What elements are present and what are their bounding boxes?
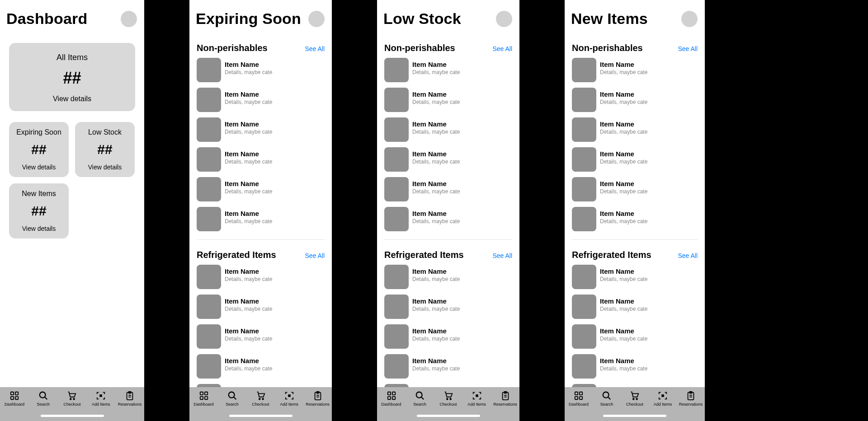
list-item[interactable]: Item NameDetails, maybe category [197,384,273,387]
svg-rect-27 [392,392,395,395]
list-item[interactable]: Item NameDetails, maybe category [384,117,460,142]
list-item[interactable]: Item NameDetails, maybe category [197,58,273,82]
tab-search[interactable]: Search [31,391,56,407]
list-item[interactable]: Item NameDetails, maybe category [572,177,648,201]
tab-dashboard[interactable]: Dashboard [2,391,27,407]
item-meta: Item NameDetails, maybe category [600,147,648,165]
list-item[interactable]: Item NameDetails, maybe category [197,207,273,231]
list-item[interactable]: Item NameDetails, maybe category [572,324,648,349]
item-name: Item Name [225,210,273,217]
section-title: Non-perishables [384,43,455,53]
item-detail: Details, maybe category [412,188,460,195]
list-item[interactable]: Item NameDetails, maybe category [384,384,460,387]
tab-checkout[interactable]: Checkout [436,391,461,407]
tab-search[interactable]: Search [594,391,619,407]
avatar[interactable] [308,11,325,27]
tab-label: Search [600,402,613,407]
item-detail: Details, maybe category [600,365,648,372]
tab-checkout[interactable]: Checkout [623,391,647,407]
item-thumbnail [197,295,221,319]
item-name: Item Name [225,90,273,98]
avatar[interactable] [681,11,698,27]
tab-add-items[interactable]: Add Items [651,391,675,407]
item-meta: Item NameDetails, maybe category [412,117,460,135]
list-item[interactable]: Item NameDetails, maybe category [384,265,460,289]
tab-reservations[interactable]: Reservations [118,391,142,407]
list-item[interactable]: Item NameDetails, maybe category [572,207,648,231]
tab-search[interactable]: Search [407,391,432,407]
list-item[interactable]: Item NameDetails, maybe category [384,88,460,112]
list-item[interactable]: Item NameDetails, maybe category [384,354,460,379]
list-item[interactable]: Item NameDetails, maybe category [572,58,648,82]
item-meta: Item NameDetails, maybe category [600,354,648,372]
list-item[interactable]: Item NameDetails, maybe category [572,88,648,112]
search-icon [602,391,612,401]
card-value: ## [15,69,129,88]
tab-checkout[interactable]: Checkout [248,391,273,407]
list-item[interactable]: Item NameDetails, maybe category [384,207,460,231]
card-title: All Items [15,53,129,62]
tab-dashboard[interactable]: Dashboard [379,391,404,407]
svg-rect-29 [392,397,395,399]
list-item[interactable]: Item NameDetails, maybe category [384,324,460,349]
svg-rect-8 [100,395,102,397]
list-item[interactable]: Item NameDetails, maybe category [197,295,273,319]
tab-reservations[interactable]: Reservations [679,391,703,407]
list-item[interactable]: Item NameDetails, maybe category [572,354,648,379]
tab-search[interactable]: Search [220,391,245,407]
item-detail: Details, maybe category [225,218,273,225]
item-grid: Item NameDetails, maybe categoryItem Nam… [197,58,332,231]
list-item[interactable]: Item NameDetails, maybe category [384,147,460,172]
list-item[interactable]: Item NameDetails, maybe category [572,117,648,142]
list-item[interactable]: Item NameDetails, maybe category [197,88,273,112]
item-detail: Details, maybe category [225,365,273,372]
clipboard-icon [313,391,323,401]
item-thumbnail [384,147,409,172]
see-all-link[interactable]: See All [305,252,325,259]
see-all-link[interactable]: See All [492,252,512,259]
tab-reservations[interactable]: Reservations [493,391,518,407]
list-item[interactable]: Item NameDetails, maybe category [572,384,648,387]
card-expiring-soon[interactable]: Expiring Soon ## View details [9,122,69,177]
tab-add-items[interactable]: Add Items [277,391,302,407]
list-item[interactable]: Item NameDetails, maybe category [384,177,460,201]
tab-checkout[interactable]: Checkout [60,391,85,407]
see-all-link[interactable]: See All [678,45,698,52]
item-thumbnail [384,177,409,201]
tab-dashboard[interactable]: Dashboard [191,391,216,407]
item-name: Item Name [412,180,460,187]
see-all-link[interactable]: See All [678,252,698,259]
item-meta: Item NameDetails, maybe category [225,384,273,387]
see-all-link[interactable]: See All [305,45,325,52]
list-item[interactable]: Item NameDetails, maybe category [197,147,273,172]
scan-icon [96,391,106,401]
dashboard-content: All Items ## View details Expiring Soon … [0,34,144,239]
list-item[interactable]: Item NameDetails, maybe category [197,324,273,349]
svg-line-44 [608,397,611,400]
avatar[interactable] [496,11,512,27]
list-item[interactable]: Item NameDetails, maybe category [572,295,648,319]
item-grid: Item NameDetails, maybe categoryItem Nam… [572,58,705,231]
avatar[interactable] [121,11,137,27]
tab-reservations[interactable]: Reservations [305,391,330,407]
list-item[interactable]: Item NameDetails, maybe category [197,265,273,289]
list-item[interactable]: Item NameDetails, maybe category [572,147,648,172]
list-item[interactable]: Item NameDetails, maybe category [197,177,273,201]
card-new-items[interactable]: New Items ## View details [9,183,69,239]
list-item[interactable]: Item NameDetails, maybe category [197,354,273,379]
card-all-items[interactable]: All Items ## View details [9,43,135,111]
tab-label: Checkout [63,402,80,407]
card-low-stock[interactable]: Low Stock ## View details [75,122,135,177]
svg-rect-0 [11,392,14,395]
tab-add-items[interactable]: Add Items [464,391,489,407]
screen-expiring-soon: Expiring Soon Non-perishablesSee AllItem… [189,0,332,421]
list-item[interactable]: Item NameDetails, maybe category [197,117,273,142]
list-item[interactable]: Item NameDetails, maybe category [384,58,460,82]
see-all-link[interactable]: See All [492,45,512,52]
list-item[interactable]: Item NameDetails, maybe category [384,295,460,319]
list-item[interactable]: Item NameDetails, maybe category [572,265,648,289]
item-meta: Item NameDetails, maybe category [600,265,648,282]
tab-dashboard[interactable]: Dashboard [566,391,591,407]
tab-add-items[interactable]: Add Items [89,391,113,407]
svg-rect-16 [204,397,207,399]
